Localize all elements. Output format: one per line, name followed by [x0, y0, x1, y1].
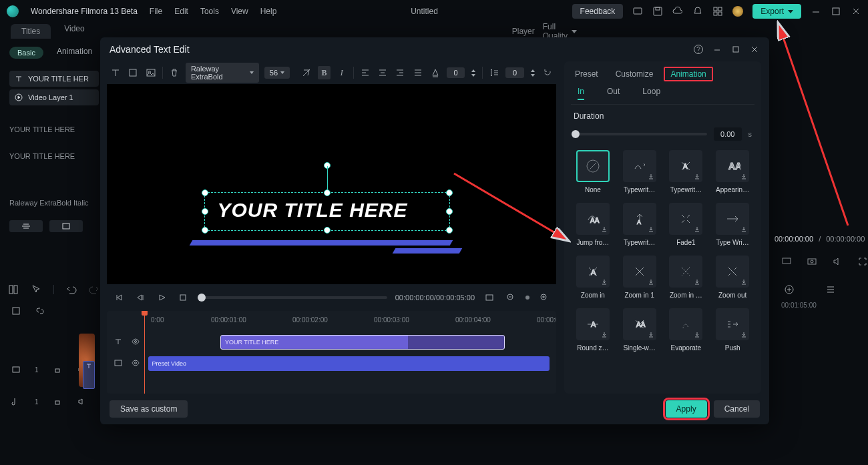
eye2-icon[interactable]: [131, 358, 142, 370]
clear-format-icon[interactable]: [300, 66, 312, 79]
preview-canvas[interactable]: YOUR TITLE HERE: [107, 84, 556, 284]
anim-item-4[interactable]: AAJump fro…: [574, 203, 612, 246]
cancel-button[interactable]: Cancel: [714, 400, 760, 418]
subtab-animation[interactable]: Animation: [57, 47, 92, 59]
tab-animation[interactable]: Animation: [664, 67, 712, 81]
save-custom-button[interactable]: Save as custom: [110, 400, 188, 418]
bold-icon[interactable]: B: [318, 66, 330, 79]
line-height-icon[interactable]: [488, 66, 500, 79]
anim-item-3[interactable]: AAAppearin…: [713, 150, 752, 193]
lock2-icon[interactable]: [52, 396, 63, 407]
align-left-icon[interactable]: [359, 66, 371, 79]
subtab-basic[interactable]: Basic: [9, 47, 43, 59]
anim-item-6[interactable]: Fade1: [667, 203, 706, 246]
layer-item-video[interactable]: Video Layer 1: [9, 89, 99, 105]
window-maximize-icon[interactable]: [831, 6, 841, 17]
dialog-close-icon[interactable]: [749, 44, 760, 55]
color-control-icon[interactable]: [49, 220, 83, 232]
anim-item-8[interactable]: AZoom in: [574, 256, 612, 299]
cursor-icon[interactable]: [31, 284, 41, 295]
fullscreen-icon[interactable]: [857, 256, 868, 267]
cloud-icon[interactable]: [672, 6, 683, 17]
delete-icon[interactable]: [168, 66, 180, 79]
anim-item-15[interactable]: Push: [713, 308, 752, 352]
help-icon[interactable]: [693, 44, 704, 55]
reset-icon[interactable]: [541, 66, 554, 79]
menu-edit[interactable]: Edit: [174, 7, 188, 16]
stop-icon[interactable]: [176, 291, 190, 304]
zoom-in-icon[interactable]: [537, 291, 551, 304]
anim-item-9[interactable]: Zoom in 1: [620, 256, 659, 299]
anim-item-10[interactable]: Zoom in …: [667, 256, 706, 299]
audio-track-icon[interactable]: [11, 396, 21, 407]
eye-icon[interactable]: [131, 337, 142, 348]
tab-titles[interactable]: Titles: [11, 24, 51, 39]
tab-preset[interactable]: Preset: [575, 69, 598, 79]
add-track-icon[interactable]: [784, 284, 795, 295]
menu-tools[interactable]: Tools: [200, 7, 219, 16]
monitor-icon[interactable]: [781, 256, 792, 267]
subtab-out[interactable]: Out: [607, 87, 620, 100]
redo-icon[interactable]: [89, 284, 99, 295]
feedback-button[interactable]: Feedback: [572, 4, 624, 19]
insert-text-icon[interactable]: [110, 66, 122, 79]
subtab-in[interactable]: In: [578, 87, 584, 100]
zoom-out-icon[interactable]: [504, 291, 517, 304]
tab-video[interactable]: Video: [64, 24, 84, 39]
insert-shape-icon[interactable]: [127, 66, 139, 79]
anim-item-1[interactable]: Typewrit…: [620, 150, 659, 193]
italic-icon[interactable]: I: [336, 66, 348, 79]
play-icon[interactable]: [155, 291, 168, 304]
align-right-icon[interactable]: [394, 66, 406, 79]
duration-slider[interactable]: [574, 133, 707, 135]
layer-item-title[interactable]: YOUR TITLE HER: [9, 71, 99, 87]
window-minimize-icon[interactable]: [811, 6, 821, 17]
lock-icon[interactable]: [52, 364, 63, 375]
link-icon[interactable]: [35, 306, 45, 316]
anim-item-5[interactable]: ATypewrit…: [620, 203, 659, 246]
anim-item-12[interactable]: ARound z…: [574, 308, 612, 352]
mini-timeline[interactable]: 0:00 00:00:01:00 00:00:02:00 00:00:03:00…: [107, 311, 556, 394]
fit-icon[interactable]: [483, 291, 496, 304]
anim-item-7[interactable]: Type Wri…: [713, 203, 752, 246]
anim-item-2[interactable]: ATypewrit…: [667, 150, 706, 193]
grid-icon[interactable]: [712, 6, 723, 17]
transport-slider[interactable]: [198, 296, 387, 299]
layout-icon[interactable]: [8, 284, 19, 295]
bell-icon[interactable]: [692, 6, 703, 17]
align-justify-icon[interactable]: [411, 66, 423, 79]
screen-icon[interactable]: [632, 6, 643, 17]
menu-view[interactable]: View: [231, 7, 248, 16]
align-control-icon[interactable]: [9, 220, 43, 232]
go-start-icon[interactable]: [112, 291, 126, 304]
font-size-select[interactable]: 56: [264, 67, 290, 79]
selection-box[interactable]: [204, 192, 450, 231]
duration-value[interactable]: 0.00: [714, 127, 741, 141]
spacing-spinner[interactable]: [470, 69, 477, 77]
text-color-icon[interactable]: [429, 66, 441, 79]
video-clip[interactable]: Preset Video: [148, 356, 550, 371]
preview-player-label[interactable]: Player: [512, 27, 535, 36]
tab-customize[interactable]: Customize: [616, 69, 654, 79]
volume-icon[interactable]: [832, 256, 843, 267]
align-center-icon[interactable]: [377, 66, 389, 79]
dialog-maximize-icon[interactable]: [730, 44, 741, 55]
anim-item-14[interactable]: Evaporate: [667, 308, 706, 352]
title-clip[interactable]: YOUR TITLE HERE: [220, 335, 505, 350]
anim-item-11[interactable]: Zoom out: [713, 256, 752, 299]
video-track-icon[interactable]: [11, 364, 21, 375]
apply-button[interactable]: Apply: [666, 400, 707, 418]
lineheight-value[interactable]: 0: [505, 67, 523, 78]
anim-item-13[interactable]: AASingle-w…: [620, 308, 659, 352]
mute2-icon[interactable]: [76, 396, 87, 407]
anim-item-0[interactable]: None: [574, 150, 612, 193]
subtab-loop[interactable]: Loop: [642, 87, 660, 100]
insert-image-icon[interactable]: [145, 66, 157, 79]
camera-icon[interactable]: [807, 256, 817, 267]
timeline-title-clip[interactable]: [83, 361, 95, 389]
save-icon[interactable]: [652, 6, 663, 17]
export-button[interactable]: Export: [752, 4, 801, 19]
dialog-minimize-icon[interactable]: [712, 44, 722, 55]
avatar-icon[interactable]: [732, 6, 743, 17]
menu-file[interactable]: File: [150, 7, 162, 16]
